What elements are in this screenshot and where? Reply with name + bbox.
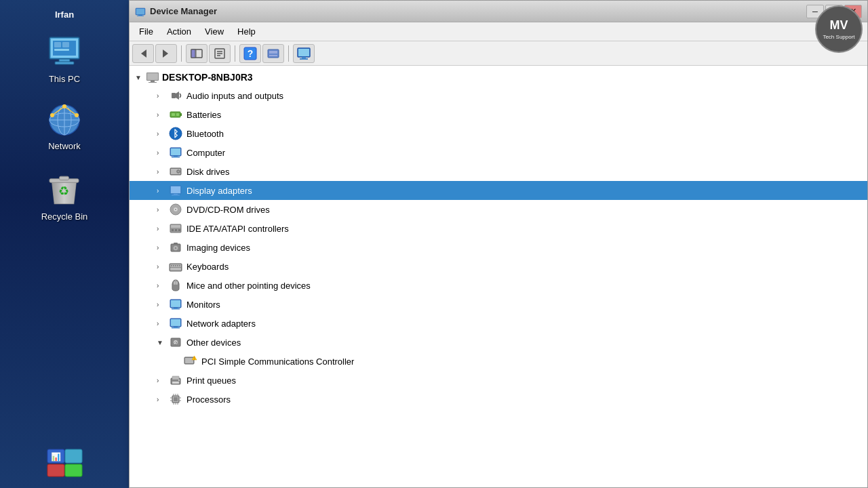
menu-help[interactable]: Help bbox=[231, 24, 262, 39]
audio-chevron: › bbox=[157, 92, 165, 100]
desktop-icon-thispc[interactable]: This PC bbox=[39, 33, 90, 87]
tree-item-disk[interactable]: › Disk drives bbox=[130, 162, 867, 181]
tree-item-dvd[interactable]: › DVD/CD-ROM drives bbox=[130, 200, 867, 219]
svg-rect-60 bbox=[171, 148, 180, 155]
other-icon: ? bbox=[169, 336, 182, 349]
desktop-icon-network[interactable]: Network bbox=[39, 100, 90, 154]
run-button[interactable] bbox=[262, 44, 284, 63]
tree-item-imaging[interactable]: › Imaging devices bbox=[130, 238, 867, 257]
svg-marker-31 bbox=[163, 49, 168, 58]
svg-rect-33 bbox=[191, 49, 195, 58]
showhide-icon bbox=[190, 47, 203, 60]
tree-item-bluetooth[interactable]: › ᛒ Bluetooth bbox=[130, 124, 867, 143]
titlebar-icon bbox=[135, 6, 146, 17]
monitors-icon bbox=[169, 298, 182, 311]
network-label: Network bbox=[48, 141, 81, 151]
svg-rect-56 bbox=[176, 113, 179, 116]
user-name: Irfan bbox=[55, 9, 74, 20]
disk-chevron: › bbox=[157, 168, 165, 176]
tree-item-other[interactable]: ▼ ? Other devices bbox=[130, 333, 867, 352]
separator-3 bbox=[288, 45, 289, 62]
back-button[interactable] bbox=[132, 44, 154, 63]
keyboards-chevron: › bbox=[157, 263, 165, 270]
show-hide-button[interactable] bbox=[186, 44, 208, 63]
batteries-icon bbox=[169, 108, 182, 121]
tree-item-computer[interactable]: › Computer bbox=[130, 143, 867, 162]
ide-icon bbox=[169, 222, 182, 235]
svg-rect-76 bbox=[172, 229, 174, 231]
tree-item-print[interactable]: › Print queues bbox=[130, 371, 867, 390]
batteries-chevron: › bbox=[157, 111, 165, 119]
processors-label: Processors bbox=[186, 394, 231, 405]
tech-support-initials: MV bbox=[830, 18, 848, 33]
svg-point-66 bbox=[178, 171, 179, 172]
svg-rect-77 bbox=[175, 229, 177, 231]
tree-item-processors[interactable]: › bbox=[130, 390, 867, 409]
tree-root-computer[interactable]: ▼ DESKTOP-8NBJ0R3 bbox=[130, 68, 867, 86]
network-icon bbox=[44, 103, 85, 137]
svg-rect-27 bbox=[136, 9, 144, 14]
svg-rect-85 bbox=[170, 268, 181, 270]
svg-rect-70 bbox=[172, 195, 180, 196]
desktop-icon-recyclebin[interactable]: ♻ Recycle Bin bbox=[36, 167, 94, 224]
network-adapters-label: Network adapters bbox=[186, 319, 256, 329]
window-title: Device Manager bbox=[150, 6, 802, 16]
device-manager-window: Device Manager ─ □ ✕ File Action View He… bbox=[129, 0, 868, 488]
network-chevron: › bbox=[157, 320, 165, 327]
display-label: Display adapters bbox=[186, 186, 252, 196]
tree-item-mice[interactable]: › Mice and other pointing devices bbox=[130, 276, 867, 295]
tree-item-ide[interactable]: › IDE ATA/ATAPI controllers bbox=[130, 219, 867, 238]
dvd-chevron: › bbox=[157, 206, 165, 214]
svg-rect-78 bbox=[178, 229, 180, 231]
svg-rect-92 bbox=[174, 281, 176, 285]
forward-icon bbox=[160, 47, 172, 60]
forward-button[interactable] bbox=[155, 44, 177, 63]
ide-label: IDE ATA/ATAPI controllers bbox=[186, 224, 289, 234]
svg-point-81 bbox=[175, 247, 177, 249]
menu-view[interactable]: View bbox=[198, 24, 231, 39]
processors-chevron: › bbox=[157, 396, 165, 403]
tree-item-network-adapters[interactable]: › Network adapters bbox=[130, 314, 867, 333]
svg-text:♻: ♻ bbox=[59, 184, 70, 198]
bluetooth-icon: ᛒ bbox=[169, 127, 182, 140]
bluetooth-chevron: › bbox=[157, 130, 165, 138]
properties-button[interactable] bbox=[209, 44, 231, 63]
tree-item-display[interactable]: › Display adapters bbox=[130, 181, 867, 200]
tech-support-badge: MV Tech Support bbox=[815, 5, 863, 53]
recyclebin-icon: ♻ bbox=[45, 170, 83, 207]
content-area[interactable]: ▼ DESKTOP-8NBJ0R3 › bbox=[130, 66, 867, 487]
svg-rect-111 bbox=[172, 382, 179, 384]
display-chevron: › bbox=[157, 187, 165, 195]
svg-rect-82 bbox=[174, 243, 178, 245]
svg-rect-49 bbox=[147, 73, 158, 80]
tree-item-monitors[interactable]: › Monitors bbox=[130, 295, 867, 314]
svg-rect-89 bbox=[177, 265, 178, 266]
dvd-icon bbox=[169, 203, 182, 216]
help-button[interactable]: ? bbox=[239, 44, 261, 63]
mice-label: Mice and other pointing devices bbox=[186, 281, 311, 291]
monitor-button[interactable] bbox=[293, 44, 315, 63]
desktop-icon-app[interactable]: 📊 bbox=[41, 445, 89, 481]
svg-rect-47 bbox=[300, 58, 308, 60]
svg-text:ᛒ: ᛒ bbox=[173, 128, 178, 139]
svg-rect-54 bbox=[180, 113, 182, 116]
svg-rect-93 bbox=[176, 281, 178, 285]
svg-rect-5 bbox=[54, 42, 61, 47]
svg-rect-95 bbox=[171, 300, 180, 307]
menu-action[interactable]: Action bbox=[160, 24, 198, 39]
tree-item-audio[interactable]: › Audio inputs and outputs bbox=[130, 86, 867, 105]
svg-rect-7 bbox=[54, 49, 69, 51]
other-chevron: ▼ bbox=[157, 339, 165, 346]
svg-rect-68 bbox=[171, 186, 180, 193]
back-icon bbox=[137, 47, 149, 60]
keyboards-icon bbox=[169, 260, 182, 273]
tree-item-keyboards[interactable]: › Keyboards bbox=[130, 257, 867, 276]
mice-chevron: › bbox=[157, 282, 165, 289]
separator-2 bbox=[235, 45, 235, 62]
menu-file[interactable]: File bbox=[132, 24, 160, 39]
imaging-icon bbox=[169, 241, 182, 254]
svg-rect-97 bbox=[172, 308, 180, 310]
tree-item-batteries[interactable]: › Batteries bbox=[130, 105, 867, 124]
tree-item-pci[interactable]: ! PCI Simple Communications Controller bbox=[130, 352, 867, 371]
app-icon: 📊 bbox=[46, 448, 83, 479]
